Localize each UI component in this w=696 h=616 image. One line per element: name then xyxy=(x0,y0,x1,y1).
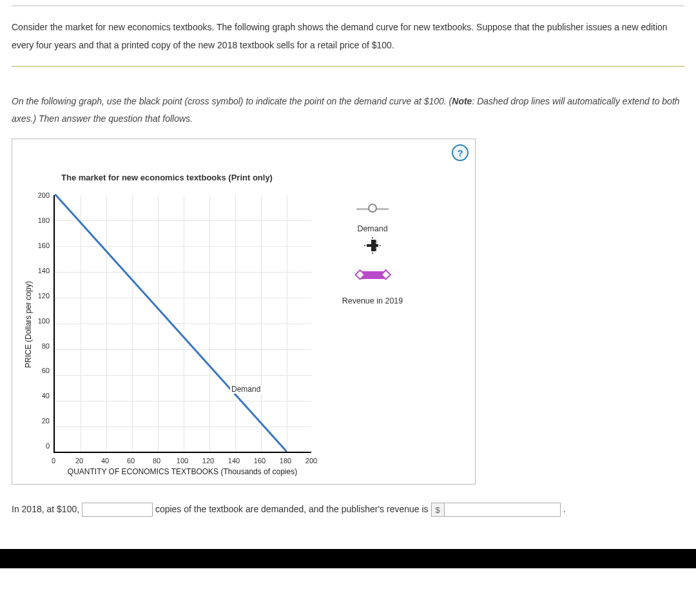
divider-top xyxy=(12,5,684,6)
revenue-input-group: $ xyxy=(431,503,561,517)
chart-title: The market for new economics textbooks (… xyxy=(61,173,273,182)
page-container: Consider the market for new economics te… xyxy=(0,5,696,536)
demand-tool-label: Demand xyxy=(357,224,387,233)
svg-line-0 xyxy=(55,194,287,452)
area-handle-icon xyxy=(353,268,392,282)
y-tick: 140 xyxy=(35,267,50,274)
chart-column: The market for new economics textbooks (… xyxy=(35,147,311,476)
legend-column: Demand Revenue in 2 xyxy=(311,147,414,476)
plot-area[interactable]: Demand xyxy=(53,195,311,453)
y-tick: 60 xyxy=(35,367,50,374)
y-ticks: 200 180 160 140 120 100 80 60 40 20 0 xyxy=(35,195,53,453)
y-tick: 80 xyxy=(35,342,50,349)
instruction-text: On the following graph, use the black po… xyxy=(12,93,684,127)
plot-row: 200 180 160 140 120 100 80 60 40 20 0 xyxy=(35,195,311,453)
y-axis-label: PRICE (Dollars per copy) xyxy=(21,147,35,476)
answer-mid: copies of the textbook are demanded, and… xyxy=(155,504,429,514)
line-point-icon xyxy=(356,204,389,213)
answer-sentence: In 2018, at $100, copies of the textbook… xyxy=(12,503,684,517)
y-tick: 20 xyxy=(35,418,50,425)
note-label: Note xyxy=(452,96,472,106)
copies-input[interactable] xyxy=(82,503,153,517)
demand-curve xyxy=(55,194,287,452)
footer-bar xyxy=(0,549,696,568)
x-ticks: 0 20 40 60 80 100 120 140 160 180 200 xyxy=(53,453,311,465)
chart-wrap: PRICE (Dollars per copy) The market for … xyxy=(21,147,469,476)
graph-panel: ? PRICE (Dollars per copy) The market fo… xyxy=(12,139,476,485)
divider-accent xyxy=(12,66,684,67)
demand-tool[interactable]: Demand xyxy=(356,204,389,251)
dollar-sign: $ xyxy=(431,503,445,517)
answer-suffix: . xyxy=(563,504,566,514)
revenue-input[interactable] xyxy=(445,503,561,517)
y-tick: 40 xyxy=(35,392,50,399)
y-tick: 200 xyxy=(35,192,50,199)
y-tick: 180 xyxy=(35,217,50,224)
y-tick: 120 xyxy=(35,292,50,299)
y-tick: 160 xyxy=(35,242,50,249)
revenue-tool-label: Revenue in 2019 xyxy=(342,296,403,305)
y-tick: 100 xyxy=(35,317,50,324)
instruction-prefix: On the following graph, use the black po… xyxy=(12,96,452,106)
cross-icon xyxy=(367,240,378,251)
answer-prefix: In 2018, at $100, xyxy=(12,504,79,514)
revenue-tool[interactable]: Revenue in 2019 xyxy=(342,268,403,305)
x-axis-label: QUANTITY OF ECONOMICS TEXTBOOKS (Thousan… xyxy=(68,467,297,476)
question-text: Consider the market for new economics te… xyxy=(12,18,684,54)
y-tick: 0 xyxy=(35,443,50,450)
help-icon: ? xyxy=(457,148,463,159)
demand-line-label: Demand xyxy=(230,385,262,394)
help-button[interactable]: ? xyxy=(452,144,469,161)
